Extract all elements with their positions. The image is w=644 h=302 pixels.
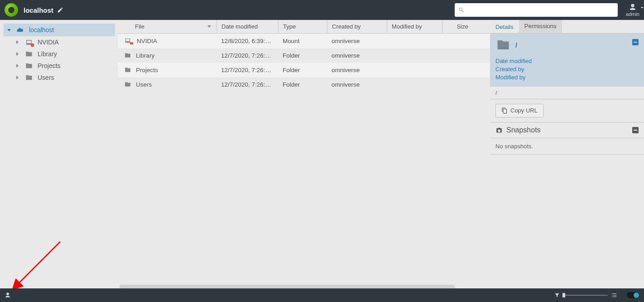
svg-line-1 [18,242,60,284]
theme-toggle[interactable] [627,292,639,298]
table-row[interactable]: Library12/7/2020, 7:26:03 PMFolderomnive… [118,48,490,63]
tree-collapse-icon[interactable] [16,40,19,44]
snapshots-empty-text: No snapshots. [490,138,644,155]
snapshots-title: Snapshots [506,126,541,134]
tree-item-projects[interactable]: Projects [4,60,115,72]
host-title: localhost [24,6,53,14]
details-breadcrumb: / [490,87,644,99]
funnel-icon [554,292,560,298]
copy-url-label: Copy URL [510,107,538,114]
cell-created-by: omniverse [327,81,387,88]
cell-created-by: omniverse [327,67,387,73]
sort-indicator-icon [207,25,211,28]
column-header-type[interactable]: Type [278,20,327,33]
details-path-name: / [515,41,517,49]
meta-modified-by-label: Modified by [495,73,639,82]
main-area: localhost NVIDIA Library Projects Users [0,20,644,288]
file-listing: File Date modified Type Created by Modif… [118,20,490,288]
edit-host-icon[interactable] [57,7,63,13]
user-menu[interactable]: admin [626,3,639,17]
tree-item-label: NVIDIA [38,39,59,46]
cell-file: Users [118,81,216,88]
user-avatar-icon [629,3,637,11]
meta-date-modified-label: Date modified [495,57,639,65]
meta-created-by-label: Created by [495,65,639,73]
tree-expand-icon[interactable] [7,29,11,31]
tab-details[interactable]: Details [490,20,519,33]
cloud-icon [15,26,24,34]
status-bar [0,288,644,302]
zoom-slider-track[interactable] [562,295,608,296]
file-rows: NVIDIA12/8/2020, 6:39:23 AMMountomnivers… [118,34,490,285]
cell-file: Library [118,52,216,59]
annotation-arrow-icon [13,239,62,288]
cell-type: Folder [278,52,327,59]
folder-icon [25,50,33,58]
cell-date: 12/8/2020, 6:39:23 AM [216,38,278,44]
search-box[interactable] [455,3,618,17]
user-name-label: admin [626,11,639,17]
tree-collapse-icon[interactable] [16,52,19,56]
svg-point-2 [129,42,129,43]
details-summary-card: / Date modified Created by Modified by [490,34,644,87]
tree-item-users[interactable]: Users [4,72,115,83]
collapse-card-button[interactable] [632,39,639,45]
table-row[interactable]: Projects12/7/2020, 7:26:03 PMFolderomniv… [118,63,490,77]
tree-root-label: localhost [29,26,54,34]
app-logo-icon [5,3,18,17]
copy-icon [501,107,508,114]
sidebar-tree: localhost NVIDIA Library Projects Users [0,20,118,288]
folder-large-icon [495,38,511,52]
tree-collapse-icon[interactable] [16,76,19,79]
tab-permissions[interactable]: Permissions [519,20,562,33]
folder-icon [25,74,33,81]
table-row[interactable]: NVIDIA12/8/2020, 6:39:23 AMMountomnivers… [118,34,490,48]
tree-root-localhost[interactable]: localhost [4,24,115,36]
cell-type: Mount [278,38,327,44]
tree-item-label: Library [38,50,57,58]
cell-date: 12/7/2020, 7:26:03 PM [216,81,278,88]
column-header-created-by[interactable]: Created by [327,20,387,33]
column-header-size[interactable]: Size [442,20,473,33]
tree-item-library[interactable]: Library [4,48,115,60]
tree-item-label: Projects [38,62,61,69]
column-header-date[interactable]: Date modified [216,20,278,33]
collapse-snapshots-button[interactable] [632,127,639,133]
camera-icon [495,127,503,133]
details-panel: Details Permissions / Date modified Crea… [490,20,644,288]
search-icon [458,7,464,13]
cell-date: 12/7/2020, 7:26:03 PM [216,52,278,59]
column-header-modified-by[interactable]: Modified by [387,20,442,33]
horizontal-scrollbar[interactable] [118,285,490,288]
search-input[interactable] [467,3,614,17]
cell-type: Folder [278,81,327,88]
column-header-row: File Date modified Type Created by Modif… [118,20,490,34]
zoom-slider-thumb[interactable] [562,293,565,297]
tree-item-nvidia[interactable]: NVIDIA [4,36,115,48]
tree-collapse-icon[interactable] [16,64,19,68]
snapshots-header[interactable]: Snapshots [490,122,644,138]
user-menu-caret-icon [640,6,644,10]
copy-url-button[interactable]: Copy URL [495,104,543,117]
details-actions: Copy URL [490,99,644,122]
drive-icon [25,39,33,46]
cell-created-by: omniverse [327,52,387,59]
folder-icon [25,62,33,69]
tree-item-label: Users [38,74,54,81]
cell-date: 12/7/2020, 7:26:03 PM [216,67,278,73]
cell-type: Folder [278,67,327,73]
status-user-icon[interactable] [5,292,11,298]
cell-created-by: omniverse [327,38,387,44]
cell-file: NVIDIA [118,37,216,44]
view-zoom-control[interactable] [554,292,618,298]
cell-file: Projects [118,67,216,73]
list-view-icon[interactable] [610,292,618,298]
column-header-file[interactable]: File [118,20,216,33]
table-row[interactable]: Users12/7/2020, 7:26:03 PMFolderomnivers… [118,77,490,92]
top-bar: localhost admin [0,0,644,20]
details-tabs: Details Permissions [490,20,644,34]
